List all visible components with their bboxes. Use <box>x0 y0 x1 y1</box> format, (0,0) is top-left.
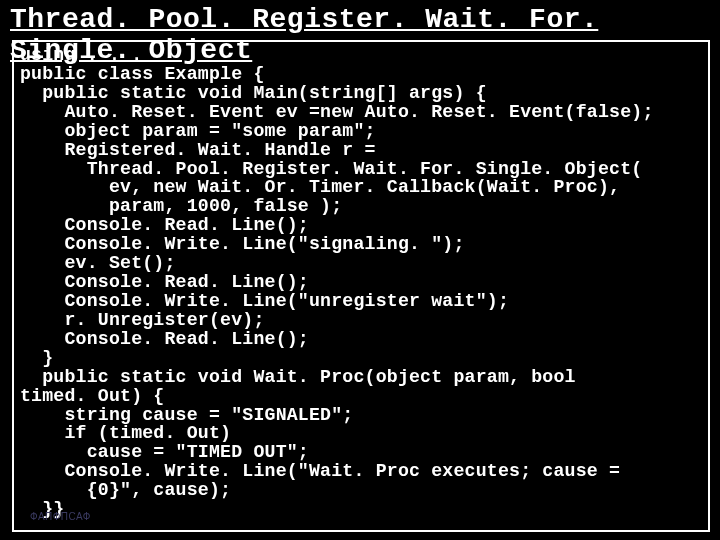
code-line: public class Example { <box>20 64 265 84</box>
watermark: ФАПФПСАФ <box>30 511 91 522</box>
code-line: r. Unregister(ev); <box>20 310 265 330</box>
code-line: Console. Write. Line("unregister wait"); <box>20 291 509 311</box>
code-line: ev. Set(); <box>20 253 176 273</box>
code-line: timed. Out) { <box>20 386 165 406</box>
code-line: if (timed. Out) <box>20 423 231 443</box>
code-line: cause = "TIMED OUT"; <box>20 442 309 462</box>
code-line: {0}", cause); <box>20 480 231 500</box>
code-line: Thread. Pool. Register. Wait. For. Singl… <box>20 159 642 179</box>
code-line: Auto. Reset. Event ev =new Auto. Reset. … <box>20 102 654 122</box>
code-line: string cause = "SIGNALED"; <box>20 405 353 425</box>
code-line: Console. Write. Line("Wait. Proc execute… <box>20 461 620 481</box>
code-line: Registered. Wait. Handle r = <box>20 140 376 160</box>
code-line: } <box>20 348 53 368</box>
code-line: Console. Read. Line(); <box>20 215 309 235</box>
code-box: using . . . public class Example { publi… <box>12 40 710 532</box>
slide: Thread. Pool. Register. Wait. For. Singl… <box>0 0 720 540</box>
code-block: using . . . public class Example { publi… <box>20 46 702 519</box>
code-line: Console. Read. Line(); <box>20 329 309 349</box>
code-line: Console. Read. Line(); <box>20 272 309 292</box>
code-line: param, 1000, false ); <box>20 196 342 216</box>
code-line: Console. Write. Line("signaling. "); <box>20 234 465 254</box>
code-line: ev, new Wait. Or. Timer. Callback(Wait. … <box>20 177 620 197</box>
code-line: object param = "some param"; <box>20 121 376 141</box>
code-line: using . . . <box>20 45 142 65</box>
code-line: public static void Wait. Proc(object par… <box>20 367 576 387</box>
code-line: public static void Main(string[] args) { <box>20 83 487 103</box>
